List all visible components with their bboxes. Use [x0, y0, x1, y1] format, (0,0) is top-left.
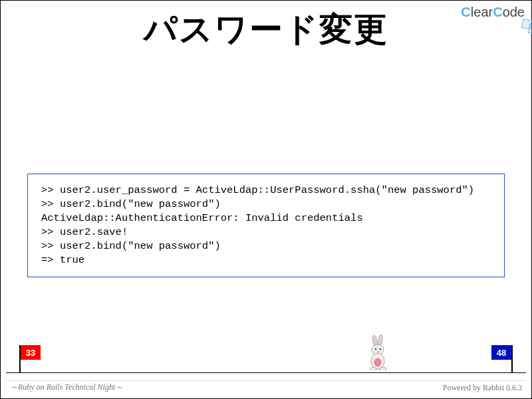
code-block: >> user2.user_password = ActiveLdap::Use…: [27, 174, 505, 277]
slide-title: パスワード変更: [1, 7, 531, 52]
svg-point-6: [380, 348, 381, 350]
logo-text-lear: lear: [471, 5, 493, 19]
footer-powered-by: Powered by Rabbit 0.6.3: [443, 383, 522, 393]
logo-text-ode: ode: [503, 5, 525, 19]
svg-point-9: [374, 358, 381, 366]
code-content: >> user2.user_password = ActiveLdap::Use…: [41, 184, 491, 267]
total-slide-flag: 48: [491, 345, 511, 360]
brand-logo: ClearCode: [461, 5, 525, 20]
footer-event-name: ～Ruby on Rails Technical Night～: [10, 382, 123, 393]
total-flag-pole: [511, 345, 513, 373]
current-slide-flag: 33: [21, 345, 41, 360]
svg-point-11: [380, 368, 386, 371]
current-slide-number: 33: [26, 348, 35, 358]
svg-point-5: [375, 348, 376, 350]
progress-baseline: [6, 372, 526, 373]
logo-letter-c2: C: [493, 5, 502, 19]
footer-divider: [6, 380, 526, 381]
rabbit-icon: [363, 334, 394, 373]
logo-letter-c1: C: [461, 5, 470, 19]
svg-point-10: [370, 368, 376, 371]
slide: ClearCode パスワード変更 >> user2.user_password…: [0, 0, 532, 399]
svg-point-7: [378, 351, 380, 352]
total-slide-number: 48: [497, 348, 506, 358]
